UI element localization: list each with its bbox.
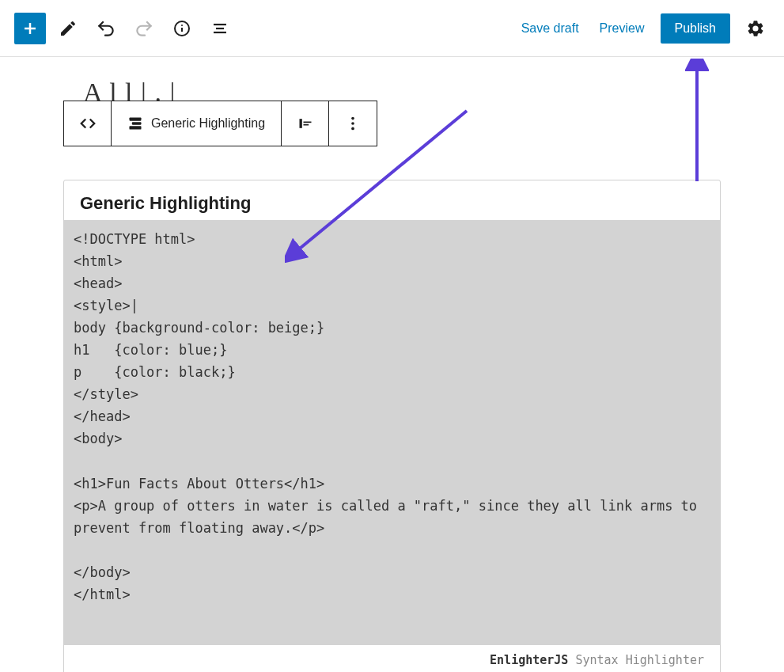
code-block-title: Generic Highlighting (64, 193, 720, 220)
svg-rect-11 (299, 119, 301, 128)
block-language-selector[interactable]: Generic Highlighting (112, 101, 282, 146)
svg-point-15 (351, 122, 354, 125)
block-more-options-button[interactable] (329, 101, 377, 146)
edit-mode-button[interactable] (52, 13, 84, 44)
editor-canvas: A l l | . | Generic Highlighting Generic… (0, 57, 784, 672)
svg-point-16 (351, 127, 354, 131)
undo-icon (96, 18, 116, 39)
preview-button[interactable]: Preview (595, 15, 650, 42)
top-toolbar: Save draft Preview Publish (0, 0, 784, 57)
block-toolbar: Generic Highlighting (63, 101, 377, 146)
code-block[interactable]: Generic Highlighting <!DOCTYPE html> <ht… (63, 180, 721, 672)
svg-rect-10 (129, 126, 141, 129)
save-draft-button[interactable]: Save draft (517, 15, 584, 42)
info-button[interactable] (166, 13, 198, 44)
code-block-footer: EnlighterJS Syntax Highlighter (64, 645, 720, 667)
svg-point-14 (351, 117, 354, 120)
align-icon (297, 116, 313, 131)
publish-button[interactable]: Publish (661, 13, 730, 44)
outline-button[interactable] (204, 13, 236, 44)
block-align-button[interactable] (282, 101, 329, 146)
code-block-content[interactable]: <!DOCTYPE html> <html> <head> <style>| b… (64, 220, 720, 645)
settings-button[interactable] (741, 14, 770, 43)
code-footer-text: Syntax Highlighter (568, 653, 704, 667)
svg-point-4 (181, 25, 183, 26)
more-vertical-icon (344, 115, 362, 132)
add-block-button[interactable] (14, 13, 46, 44)
pencil-icon (59, 19, 78, 38)
info-icon (172, 19, 191, 38)
toolbar-left-group (14, 13, 236, 44)
block-type-button[interactable] (64, 101, 112, 146)
svg-rect-8 (129, 118, 141, 121)
code-angle-icon (79, 115, 97, 132)
svg-rect-13 (303, 124, 309, 126)
plus-icon (21, 19, 40, 38)
svg-rect-12 (303, 122, 311, 123)
svg-rect-9 (132, 122, 142, 124)
gear-icon (746, 19, 765, 38)
code-footer-brand: EnlighterJS (490, 653, 568, 667)
block-language-label: Generic Highlighting (151, 116, 265, 131)
redo-icon (134, 18, 154, 39)
redo-button[interactable] (128, 13, 160, 44)
list-icon (210, 19, 229, 38)
toolbar-right-group: Save draft Preview Publish (517, 13, 770, 44)
undo-button[interactable] (90, 13, 122, 44)
code-block-icon (127, 116, 143, 131)
